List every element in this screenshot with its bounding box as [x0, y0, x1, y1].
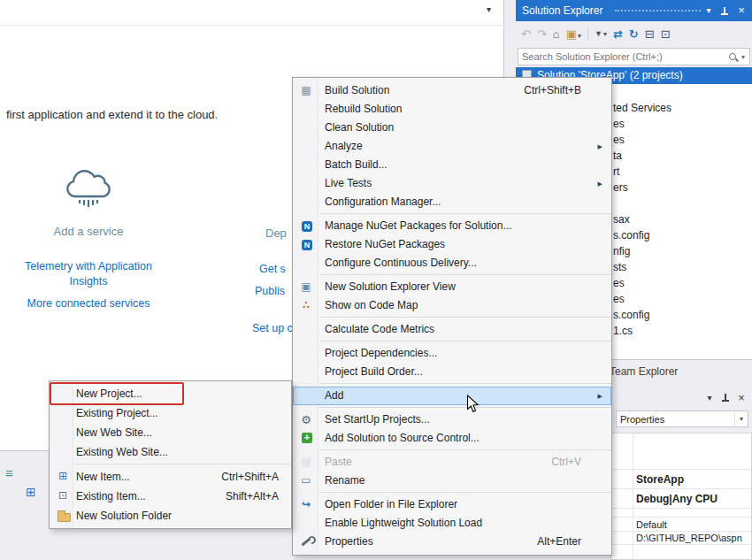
- chevron-down-icon[interactable]: ▾: [734, 411, 748, 426]
- start-page-intro-text: first application and extend it to the c…: [6, 108, 218, 121]
- menu-item-open-folder-in-file-explorer[interactable]: Open Folder in File Explorer: [293, 495, 611, 514]
- menu-separator: [319, 492, 611, 493]
- source-control-plus-icon: [297, 429, 315, 448]
- grid-spacer: [611, 508, 751, 517]
- build-icon: [297, 81, 315, 100]
- menu-item-add[interactable]: Add: [293, 387, 611, 405]
- menu-item-calculate-code-metrics[interactable]: Calculate Code Metrics: [293, 320, 611, 339]
- menu-item-configure-continuous-delivery[interactable]: Configure Continuous Delivery...: [293, 254, 611, 272]
- menu-item-analyze[interactable]: Analyze: [293, 137, 611, 156]
- titlebar-grip: [615, 10, 701, 12]
- submenu-item-existing-item[interactable]: Existing Item...Shift+Alt+A: [50, 487, 291, 506]
- home-icon[interactable]: ⌂: [553, 28, 560, 40]
- get-started-link-fragment[interactable]: Get s: [259, 263, 286, 275]
- gear-icon: [297, 410, 315, 429]
- search-box: ▾: [518, 48, 750, 65]
- more-connected-services-link[interactable]: More connected services: [9, 297, 168, 310]
- menu-item-rename[interactable]: Rename: [293, 472, 611, 490]
- set-up-link-fragment[interactable]: Set up c: [252, 322, 293, 334]
- menu-item-live-tests[interactable]: Live Tests: [293, 174, 611, 193]
- sync-icon[interactable]: ⇄: [613, 28, 623, 40]
- menu-item-configuration-manager[interactable]: Configuration Manager...: [293, 193, 611, 211]
- menu-item-set-startup-projects[interactable]: Set StartUp Projects...: [293, 410, 611, 429]
- property-value[interactable]: Default: [611, 517, 751, 531]
- solution-explorer-title: Solution Explorer: [522, 4, 602, 17]
- paste-icon: [297, 453, 315, 472]
- nuget-icon: [297, 217, 315, 235]
- list-icon[interactable]: ≡: [5, 465, 13, 480]
- forward-icon[interactable]: ↷: [537, 28, 547, 40]
- submenu-item-new-solution-folder[interactable]: New Solution Folder: [50, 506, 291, 525]
- tab-team-explorer[interactable]: Team Explorer: [604, 360, 678, 383]
- existing-item-icon: [54, 487, 72, 505]
- menu-item-build-solution[interactable]: Build SolutionCtrl+Shift+B: [293, 81, 611, 100]
- menu-separator: [74, 464, 291, 464]
- vs-window: ▾ first application and extend it to the…: [0, 0, 752, 560]
- window-position-icon[interactable]: ▾: [702, 391, 717, 405]
- wrench-icon: [297, 533, 315, 551]
- menu-item-project-build-order[interactable]: Project Build Order...: [293, 363, 611, 381]
- property-value[interactable]: StoreApp: [611, 469, 751, 488]
- menu-separator: [319, 383, 611, 384]
- toolbar-separator: [587, 27, 588, 40]
- close-icon[interactable]: ×: [733, 0, 749, 21]
- properties-titlebar: ▾ ×: [610, 387, 752, 410]
- pin-icon[interactable]: [717, 0, 733, 21]
- search-dropdown-icon[interactable]: ▾: [741, 53, 749, 61]
- collapse-all-icon[interactable]: ⊟: [645, 28, 655, 40]
- menu-item-add-solution-to-source-control[interactable]: Add Solution to Source Control...: [293, 429, 611, 448]
- menu-separator: [319, 341, 611, 341]
- menu-item-show-on-code-map[interactable]: Show on Code Map: [293, 296, 611, 315]
- back-icon[interactable]: ↶: [521, 28, 531, 40]
- search-row: ▾: [516, 46, 752, 67]
- filter-icon[interactable]: ▼: [595, 30, 607, 38]
- close-icon[interactable]: ×: [734, 391, 748, 405]
- open-folder-icon: [297, 495, 315, 514]
- menu-item-batch-build[interactable]: Batch Build...: [293, 156, 611, 174]
- new-item-icon: [54, 467, 72, 486]
- menu-separator: [319, 449, 611, 450]
- menu-separator: [319, 274, 611, 275]
- submenu-item-new-item[interactable]: New Item...Ctrl+Shift+A: [50, 467, 291, 487]
- menu-item-project-dependencies[interactable]: Project Dependencies...: [293, 344, 611, 363]
- refresh-icon[interactable]: ↻: [629, 28, 639, 40]
- submenu-item-existing-web-site[interactable]: Existing Web Site...: [50, 442, 291, 462]
- solution-context-menu: Build SolutionCtrl+Shift+B Rebuild Solut…: [292, 77, 612, 556]
- properties-object-combo[interactable]: Properties ▾: [616, 410, 748, 427]
- menu-item-paste[interactable]: PasteCtrl+V: [293, 453, 611, 472]
- solution-explorer-toolbar: ↶ ↷ ⌂ ▣ ▼ ⇄ ↻ ⊟ ⊡: [516, 21, 752, 46]
- menu-item-restore-nuget[interactable]: Restore NuGet Packages: [293, 235, 611, 254]
- window-position-icon[interactable]: ▾: [701, 0, 717, 21]
- menu-item-clean-solution[interactable]: Clean Solution: [293, 119, 611, 137]
- publish-link-fragment[interactable]: Publis: [255, 285, 285, 297]
- menu-separator: [319, 407, 611, 408]
- telemetry-link[interactable]: Telemetry with Application Insights: [9, 259, 168, 289]
- submenu-item-existing-project[interactable]: Existing Project...: [50, 403, 291, 423]
- column2-heading-fragment: Dep: [265, 226, 287, 240]
- new-folder-icon: [54, 506, 72, 525]
- mouse-cursor: [466, 395, 480, 414]
- search-input[interactable]: [518, 51, 729, 62]
- search-icon[interactable]: [729, 53, 736, 60]
- code-map-icon: [297, 296, 315, 315]
- annotation-highlight: [50, 382, 184, 405]
- menu-item-new-solution-explorer-view[interactable]: New Solution Explorer View: [293, 278, 611, 296]
- toolbar-divider: [0, 25, 504, 26]
- menu-item-manage-nuget[interactable]: Manage NuGet Packages for Solution...: [293, 217, 611, 235]
- combo-value: Properties: [617, 414, 734, 425]
- grid-icon[interactable]: ⊞: [26, 485, 36, 499]
- menu-item-enable-lightweight-solution-load[interactable]: Enable Lightweight Solution Load: [293, 514, 611, 533]
- properties-pages-icon[interactable]: ⊡: [661, 28, 671, 40]
- new-view-icon: [297, 278, 315, 296]
- switch-views-icon[interactable]: ▣: [566, 28, 581, 40]
- menu-item-rebuild-solution[interactable]: Rebuild Solution: [293, 100, 611, 119]
- menu-item-properties[interactable]: PropertiesAlt+Enter: [293, 533, 611, 551]
- property-value[interactable]: Debug|Any CPU: [611, 488, 751, 508]
- menu-separator: [319, 213, 611, 214]
- submenu-item-new-web-site[interactable]: New Web Site...: [50, 423, 291, 442]
- document-dropdown-icon[interactable]: ▾: [487, 4, 491, 14]
- cloud-service-icon: [60, 161, 117, 207]
- properties-grid: StoreApp Debug|Any CPU Default D:\GITHUB…: [610, 433, 752, 560]
- property-value[interactable]: D:\GITHUB_REPO\aspn: [611, 531, 751, 545]
- pin-icon[interactable]: [718, 391, 733, 405]
